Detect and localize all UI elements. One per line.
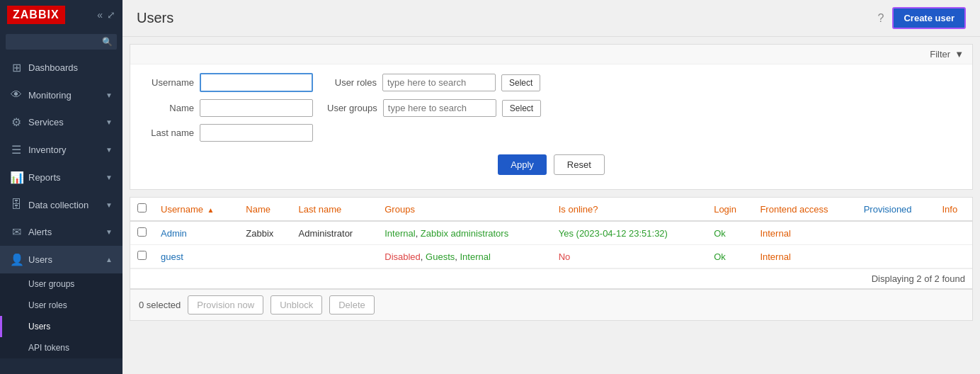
sidebar-item-services[interactable]: ⚙ Services ▼ xyxy=(0,108,122,136)
username-link[interactable]: guest xyxy=(161,251,183,262)
cell-name xyxy=(239,245,291,268)
filter-panel: Filter ▼ Username User roles Select xyxy=(130,44,973,190)
group-tag[interactable]: Internal xyxy=(460,251,491,262)
user-groups-search-input[interactable] xyxy=(383,99,496,117)
cell-groups: Internal, Zabbix administrators xyxy=(377,221,551,245)
sidebar-item-dashboards[interactable]: ⊞ Dashboards xyxy=(0,54,122,81)
sidebar-item-user-groups[interactable]: User groups xyxy=(0,273,122,295)
cell-frontend-access: Internal xyxy=(753,245,856,268)
apply-button[interactable]: Apply xyxy=(498,154,547,175)
provision-now-button[interactable]: Provision now xyxy=(188,295,263,314)
cell-lastname: Administrator xyxy=(292,221,378,245)
user-groups-select-button[interactable]: Select xyxy=(502,100,541,117)
filter-actions: Apply Reset xyxy=(144,149,958,181)
cell-info xyxy=(935,245,972,268)
user-roles-label: User roles xyxy=(327,77,377,88)
row-checkbox-cell xyxy=(130,221,154,245)
lastname-label: Last name xyxy=(144,128,194,138)
group-tag[interactable]: Guests xyxy=(426,251,455,262)
row-checkbox[interactable] xyxy=(137,227,147,237)
user-roles-field: User roles Select xyxy=(327,74,540,91)
cell-provisioned xyxy=(857,221,935,245)
row-checkbox[interactable] xyxy=(137,251,147,260)
group-tag[interactable]: Internal xyxy=(384,228,415,239)
users-table-container: Username ▲ Name Last name Groups Is onli… xyxy=(130,197,973,289)
filter-row-1: Username User roles Select xyxy=(144,73,958,92)
create-user-button[interactable]: Create user xyxy=(892,7,966,29)
cell-frontend-access: Internal xyxy=(753,221,856,245)
sidebar-item-label: Users xyxy=(28,254,100,265)
th-frontend-access: Frontend access xyxy=(753,198,856,221)
group-tag[interactable]: Disabled xyxy=(384,251,421,262)
chevron-down-icon: ▼ xyxy=(106,118,113,126)
cell-name: Zabbix xyxy=(239,221,291,245)
main-header: Users ? Create user xyxy=(122,0,980,37)
sidebar-search-icon: 🔍 xyxy=(102,37,113,47)
username-link[interactable]: Admin xyxy=(161,228,187,239)
bottom-action-bar: 0 selected Provision now Unblock Delete xyxy=(130,289,973,321)
users-submenu: User groups User roles Users API tokens xyxy=(0,273,122,358)
filter-icon: ▼ xyxy=(955,49,964,60)
select-all-checkbox[interactable] xyxy=(137,203,147,212)
expand-icon[interactable]: ⤢ xyxy=(107,9,115,21)
sidebar-item-label: Services xyxy=(28,117,100,128)
delete-button[interactable]: Delete xyxy=(329,295,375,314)
sidebar-item-api-tokens[interactable]: API tokens xyxy=(0,337,122,358)
filter-row-3: Last name xyxy=(144,124,958,142)
cell-username: Admin xyxy=(154,221,239,245)
th-name: Name xyxy=(239,198,291,221)
zabbix-logo: ZABBIX xyxy=(7,6,65,24)
login-value: Ok xyxy=(714,228,726,239)
group-tag[interactable]: Zabbix administrators xyxy=(421,228,508,239)
help-icon[interactable]: ? xyxy=(878,12,884,25)
sidebar-item-label: Reports xyxy=(28,172,100,183)
header-right: ? Create user xyxy=(878,7,966,29)
th-info: Info xyxy=(935,198,972,221)
username-field: Username xyxy=(144,73,313,92)
cell-groups: Disabled, Guests, Internal xyxy=(377,245,551,268)
sidebar-item-users[interactable]: 👤 Users ▲ xyxy=(0,246,122,273)
th-login: Login xyxy=(707,198,753,221)
sidebar-search-input[interactable] xyxy=(6,34,117,50)
services-icon: ⚙ xyxy=(10,115,23,129)
lastname-field: Last name xyxy=(144,124,313,142)
collapse-icon[interactable]: « xyxy=(97,9,103,21)
sidebar-item-reports[interactable]: 📊 Reports ▼ xyxy=(0,164,122,191)
filter-row-2: Name User groups Select xyxy=(144,99,958,117)
cell-provisioned xyxy=(857,245,935,268)
th-is-online: Is online? xyxy=(552,198,707,221)
page-title: Users xyxy=(137,10,173,26)
sidebar-item-inventory[interactable]: ☰ Inventory ▼ xyxy=(0,136,122,164)
user-roles-select-button[interactable]: Select xyxy=(501,74,540,91)
user-groups-label: User groups xyxy=(327,103,377,113)
user-roles-search-input[interactable] xyxy=(382,74,496,91)
sidebar-item-monitoring[interactable]: 👁 Monitoring ▼ xyxy=(0,81,122,108)
unblock-button[interactable]: Unblock xyxy=(270,295,322,314)
username-input[interactable] xyxy=(200,73,313,92)
username-label: Username xyxy=(144,77,194,88)
sidebar-item-alerts[interactable]: ✉ Alerts ▼ xyxy=(0,218,122,246)
sidebar-item-users-sub[interactable]: Users xyxy=(0,316,122,337)
th-provisioned: Provisioned xyxy=(857,198,935,221)
sidebar-item-user-roles[interactable]: User roles xyxy=(0,295,122,316)
displaying-count: Displaying 2 of 2 found xyxy=(130,268,972,288)
chevron-up-icon: ▲ xyxy=(106,256,113,264)
sidebar-header: ZABBIX « ⤢ xyxy=(0,0,122,30)
th-username[interactable]: Username ▲ xyxy=(154,198,239,221)
reset-button[interactable]: Reset xyxy=(554,154,605,175)
content-area: Filter ▼ Username User roles Select xyxy=(122,37,980,374)
sidebar-item-data-collection[interactable]: 🗄 Data collection ▼ xyxy=(0,191,122,218)
lastname-input[interactable] xyxy=(200,124,313,142)
name-input[interactable] xyxy=(200,99,313,117)
user-groups-field: User groups Select xyxy=(327,99,541,117)
sidebar-item-label: Monitoring xyxy=(28,90,100,101)
chevron-down-icon: ▼ xyxy=(106,146,113,154)
name-field: Name xyxy=(144,99,313,117)
users-icon: 👤 xyxy=(10,253,23,266)
table-header-row: Username ▲ Name Last name Groups Is onli… xyxy=(130,198,972,221)
main-content: Users ? Create user Filter ▼ Username Us… xyxy=(122,0,980,374)
cell-login: Ok xyxy=(707,245,753,268)
chevron-down-icon: ▼ xyxy=(106,174,113,181)
cell-lastname xyxy=(292,245,378,268)
chevron-down-icon: ▼ xyxy=(106,201,113,209)
